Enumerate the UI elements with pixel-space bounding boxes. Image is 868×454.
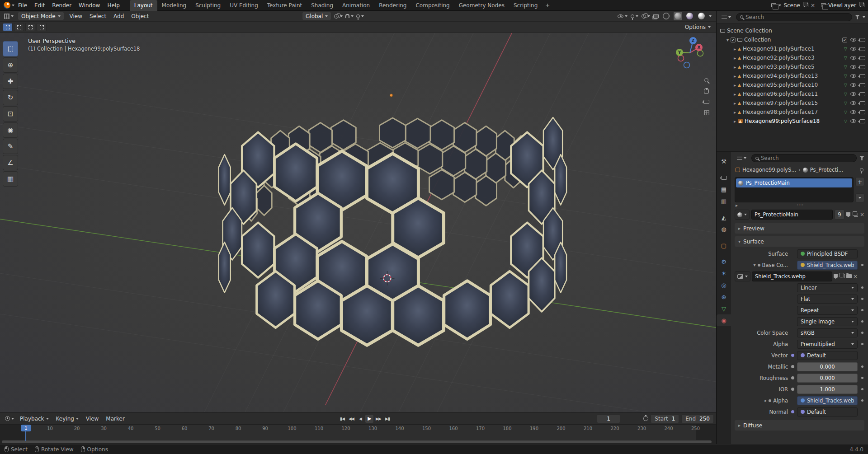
proportional-editing-dropdown[interactable]	[356, 14, 364, 18]
hide-eye-icon[interactable]	[850, 38, 856, 42]
hide-eye-icon[interactable]	[850, 110, 856, 114]
outliner-row-hexagone96[interactable]: ▸▲Hexagone96:polySurface11▽	[717, 89, 868, 98]
timeline-menu-marker[interactable]: Marker	[102, 413, 128, 424]
viewport-menu-view[interactable]: View	[66, 11, 86, 22]
field-select-single-image[interactable]: Single Image	[797, 317, 858, 326]
outliner-row-hexagone99[interactable]: ▸▲Hexagone99:polySurface18▽	[717, 117, 868, 126]
properties-tab-physics[interactable]: ◎	[717, 279, 731, 291]
keyframe-dot[interactable]	[861, 343, 863, 345]
show-gizmos-dropdown[interactable]	[631, 14, 638, 18]
editor-type-button[interactable]	[719, 15, 733, 19]
tool-annotate[interactable]: ✎	[3, 139, 18, 154]
unlink-material-icon[interactable]: ×	[860, 212, 864, 217]
field-select-flat[interactable]: Flat	[797, 295, 858, 304]
workspace-tab-animation[interactable]: Animation	[338, 0, 374, 11]
show-overlays-dropdown[interactable]	[642, 14, 650, 19]
outliner-row-hexagone95[interactable]: ▸▲Hexagone95:polySurface10▽	[717, 80, 868, 89]
properties-tab-scene[interactable]: ◭	[717, 211, 731, 223]
outliner-row-hexagone93[interactable]: ▸▲Hexagone93:polySurface5▽	[717, 62, 868, 71]
expanded-caret-icon[interactable]: ▾	[753, 262, 755, 267]
material-name-field[interactable]: Ps_ProtectioMain	[751, 210, 833, 220]
grip-icon[interactable]: ∷∷	[797, 203, 804, 207]
unlink-image-icon[interactable]: ×	[853, 274, 858, 279]
unlink-scene-icon[interactable]: ×	[811, 3, 815, 8]
disable-render-camera-icon[interactable]	[859, 74, 865, 78]
gizmo-neg-x-axis[interactable]	[678, 56, 684, 61]
collapsed-caret-icon[interactable]: ▸	[736, 203, 738, 208]
properties-tab-tool[interactable]: ⚒	[717, 155, 731, 167]
disable-render-camera-icon[interactable]	[859, 92, 865, 96]
workspace-tab-rendering[interactable]: Rendering	[374, 0, 411, 11]
hide-eye-icon[interactable]	[850, 74, 856, 78]
open-image-icon[interactable]	[846, 274, 852, 278]
workspace-tab-sculpting[interactable]: Sculpting	[191, 0, 225, 11]
disable-render-camera-icon[interactable]	[859, 65, 865, 69]
field-value-button[interactable]: Default	[797, 407, 858, 417]
camera-view-icon[interactable]	[703, 100, 709, 104]
properties-search-input[interactable]: Search	[751, 154, 857, 162]
properties-tab-constraints[interactable]: ⊛	[717, 291, 731, 303]
disable-render-camera-icon[interactable]	[859, 110, 865, 114]
field-slider-metallic[interactable]: 0.000	[797, 362, 858, 371]
keyframe-dot[interactable]	[861, 320, 863, 323]
field-value-button[interactable]: Shield_Tracks.webp	[797, 261, 858, 270]
pivot-point-dropdown[interactable]	[334, 14, 343, 19]
field-select-linear[interactable]: Linear	[797, 283, 858, 292]
shading-material-button[interactable]	[685, 12, 694, 20]
collection-checkbox[interactable]: ✓	[731, 37, 736, 42]
timeline-menu-keying[interactable]: Keying	[52, 413, 82, 424]
frame-start-field[interactable]: Start 1	[651, 414, 679, 423]
options-dropdown[interactable]: Options	[685, 24, 711, 30]
properties-tab-object-data[interactable]: ▽	[717, 303, 731, 314]
navigation-gizmo[interactable]: XYZ	[673, 35, 707, 69]
jump-to-end-button[interactable]: ▶▮	[383, 415, 392, 423]
workspace-tab-geometry-nodes[interactable]: Geometry Nodes	[454, 0, 509, 11]
new-image-icon[interactable]	[841, 274, 845, 278]
workspace-tab-uv-editing[interactable]: UV Editing	[225, 0, 263, 11]
hide-eye-icon[interactable]	[850, 65, 856, 69]
shading-wireframe-button[interactable]	[662, 12, 670, 20]
keyframe-dot[interactable]	[861, 365, 863, 368]
collapsed-caret-icon[interactable]: ▸	[734, 83, 736, 88]
browse-image-button[interactable]	[735, 271, 750, 281]
browse-material-button[interactable]	[735, 210, 750, 220]
orientation-dropdown[interactable]: Global	[302, 12, 331, 20]
shading-dropdown-chevron-icon[interactable]	[709, 15, 712, 17]
shading-rendered-button[interactable]	[697, 12, 706, 20]
outliner-row-hexagone98[interactable]: ▸▲Hexagone98:polySurface17▽	[717, 108, 868, 117]
workspace-tab-modeling[interactable]: Modeling	[157, 0, 191, 11]
scene-browse-chevron-icon[interactable]	[778, 5, 781, 6]
xray-toggle[interactable]	[653, 14, 659, 19]
jump-to-prev-keyframe-button[interactable]: ◀◀	[347, 415, 355, 423]
frame-end-field[interactable]: End 250	[681, 414, 714, 423]
new-material-icon[interactable]	[854, 213, 858, 217]
viewport-menu-object[interactable]: Object	[127, 11, 152, 22]
hide-eye-icon[interactable]	[850, 92, 856, 96]
shading-solid-button[interactable]	[674, 12, 682, 20]
gizmo-neg-z-axis[interactable]	[684, 62, 690, 68]
collection-select-checkbox[interactable]: ✓	[842, 37, 847, 42]
image-name-field[interactable]: Shield_Tracks.webp	[752, 271, 832, 281]
properties-tab-output[interactable]: ▤	[717, 183, 731, 195]
properties-tab-world[interactable]: ◍	[717, 223, 731, 235]
field-value-button[interactable]: Shield_Tracks.webp	[797, 396, 858, 405]
properties-tab-modifiers[interactable]: ⚙	[717, 256, 731, 267]
editor-type-button[interactable]	[3, 416, 16, 421]
outliner-row-collection[interactable]: ▾✓Collection✓	[717, 35, 868, 44]
material-users-button[interactable]: 9	[835, 210, 844, 220]
field-value-button[interactable]: Principled BSDF	[797, 249, 858, 258]
timeline-scrollbar[interactable]	[2, 440, 714, 443]
collapsed-caret-icon[interactable]: ▸	[734, 101, 736, 106]
properties-tab-view-layer[interactable]: ▥	[717, 195, 731, 207]
select-mode-subtract-button[interactable]	[25, 23, 35, 31]
collapsed-caret-icon[interactable]: ▸	[734, 47, 736, 51]
add-slot-button[interactable]: +	[855, 177, 864, 186]
keyframe-dot[interactable]	[861, 388, 863, 390]
workspace-tab-layout[interactable]: Layout	[130, 0, 157, 11]
slot-list-grip[interactable]: ▸ ∷∷	[731, 202, 868, 208]
keyframe-dot[interactable]	[861, 286, 863, 289]
timeline-menu-playback[interactable]: Playback	[16, 413, 52, 424]
timeline-track[interactable]: 1020304050607080901001101201301401501601…	[0, 425, 716, 444]
menu-render[interactable]: Render	[48, 0, 75, 11]
tool-scale[interactable]: ⊡	[3, 106, 18, 122]
